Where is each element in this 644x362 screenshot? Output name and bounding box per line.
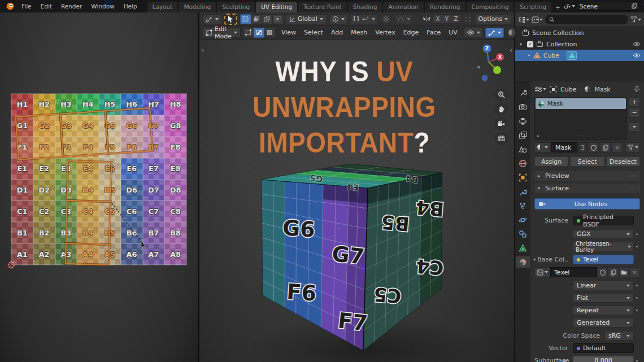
menu-view[interactable]: View	[277, 26, 300, 40]
vertex-select-mode[interactable]	[243, 28, 254, 38]
uv-island-main[interactable]	[15, 107, 153, 160]
active-tool-select-box[interactable]	[224, 14, 237, 25]
eye-icon[interactable]	[633, 53, 641, 58]
select-extend-mode[interactable]	[251, 14, 262, 24]
color-space-dropdown[interactable]: sRG	[604, 331, 634, 341]
uv-face[interactable]	[65, 243, 110, 265]
outliner-filter-button[interactable]	[630, 16, 641, 23]
disclosure-triangle-icon[interactable]: ▾	[531, 257, 536, 262]
menu-face[interactable]: Face	[423, 26, 445, 40]
menu-mesh[interactable]: Mesh	[347, 26, 371, 40]
mirror-axis-y[interactable]: Y	[442, 14, 451, 24]
properties-tab-scene[interactable]	[516, 143, 530, 155]
unlink-scene-icon[interactable]: ✕	[642, 3, 644, 9]
properties-tab-physics[interactable]	[516, 214, 530, 226]
properties-tab-render[interactable]	[516, 101, 530, 113]
assign-button[interactable]: Assign	[534, 156, 568, 167]
workspace-tab-compositing[interactable]: Compositing	[467, 2, 514, 12]
slot-specials-button[interactable]	[629, 122, 640, 132]
outliner-row-collection[interactable]: ▾ ✓ Collection	[515, 38, 644, 50]
properties-tab-material[interactable]	[516, 256, 530, 268]
vector-value[interactable]: Default	[573, 343, 634, 353]
menu-edge[interactable]: Edge	[399, 26, 423, 40]
snap-toggle[interactable]	[350, 14, 378, 24]
properties-editor-type-button[interactable]	[534, 86, 546, 93]
editor-type-button[interactable]	[202, 14, 221, 24]
menu-window[interactable]: Window	[86, 0, 119, 12]
breadcrumb-material[interactable]: Mask	[594, 86, 610, 93]
blender-logo-icon[interactable]	[6, 2, 15, 11]
select-button[interactable]: Select	[570, 156, 604, 167]
workspace-tab-uv-editing[interactable]: UV Editing	[256, 2, 297, 12]
material-slot-selected[interactable]: Mask	[536, 98, 626, 109]
properties-tab-object[interactable]	[516, 172, 530, 184]
mirror-icon[interactable]	[423, 16, 430, 23]
collection-checkbox[interactable]: ✓	[527, 41, 533, 47]
subsurface-value-slider[interactable]: 0.000	[573, 356, 634, 362]
material-slot-list[interactable]: Mask ▸ ∷∷	[534, 97, 627, 140]
image-name-field[interactable]: Texel	[550, 267, 597, 277]
uv-face[interactable]	[105, 107, 153, 154]
menu-vertex[interactable]: Vertex	[371, 26, 399, 40]
list-resize-grip[interactable]: ∷∷	[535, 134, 626, 139]
eye-icon[interactable]	[633, 41, 641, 47]
transform-orientation-dropdown[interactable]: Global	[286, 14, 327, 24]
workspace-tab-shading[interactable]: Shading	[348, 2, 382, 12]
uv-face[interactable]	[67, 160, 112, 202]
menu-edit[interactable]: Edit	[36, 0, 56, 12]
mesh-data-icon[interactable]	[567, 51, 577, 60]
outliner-row-cube[interactable]: • Cube	[515, 50, 644, 61]
properties-tab-world[interactable]	[516, 158, 530, 169]
properties-tab-modifiers[interactable]	[516, 186, 530, 198]
preview-panel-header[interactable]: ▸ Preview ∷∷	[534, 171, 640, 181]
proportional-edit-toggle[interactable]	[381, 14, 391, 24]
menu-render[interactable]: Render	[56, 0, 86, 12]
browse-image-button[interactable]	[534, 267, 550, 277]
snap-dots-icon[interactable]	[464, 16, 472, 23]
properties-tab-view-layer[interactable]	[516, 129, 530, 141]
disclosure-triangle-icon[interactable]: ▾	[520, 42, 524, 47]
mapping-dropdown[interactable]: Generated	[573, 318, 634, 328]
cube-object[interactable]: G6 G7 F6 F7 B5 B4 C5 C4 G5 E4 B4	[256, 160, 446, 356]
add-workspace-tab[interactable]: +	[552, 2, 563, 12]
base-color-link[interactable]: Texel	[573, 255, 634, 264]
menu-uv[interactable]: UV	[445, 26, 462, 40]
copy-material-button[interactable]	[600, 142, 611, 152]
uv-face[interactable]	[60, 110, 108, 157]
use-nodes-button[interactable]: Use Nodes	[534, 198, 640, 210]
select-box-mode[interactable]	[240, 14, 251, 24]
mode-dropdown[interactable]: Edit Mode	[202, 28, 241, 38]
outliner-display-mode-button[interactable]	[532, 16, 543, 23]
scene-name-field[interactable]: Scene	[577, 2, 640, 11]
select-intersect-mode[interactable]	[272, 14, 284, 24]
viewport-pan-button[interactable]	[494, 102, 508, 116]
deselect-button[interactable]: Deselect	[606, 156, 640, 167]
viewport-canvas[interactable]: WHY IS UV UNWRAPPING IMPORTANT?	[199, 40, 514, 362]
open-image-button[interactable]	[619, 267, 629, 277]
projection-dropdown[interactable]: Flat	[573, 293, 634, 303]
uv-image-editor[interactable]: H1H2H3H4H5H6H7H8G1G2G3G4G5G6G7G8F1F2F3F4…	[0, 12, 199, 362]
pivot-point-dropdown[interactable]	[329, 14, 347, 24]
options-dropdown[interactable]: Options	[475, 14, 511, 24]
menu-add[interactable]: Add	[327, 26, 347, 40]
show-overlays-dropdown[interactable]	[464, 28, 483, 38]
navigation-gizmo[interactable]: Z X	[477, 43, 511, 85]
workspace-tab-animation[interactable]: Animation	[383, 2, 424, 12]
viewport-zoom-button[interactable]	[494, 88, 508, 101]
viewport-camera-button[interactable]	[494, 117, 508, 130]
scene-browse-icon[interactable]	[563, 3, 575, 10]
material-name-field[interactable]: Mask	[551, 142, 577, 152]
new-copy-icon[interactable]	[632, 3, 637, 9]
uv-island-strip[interactable]	[65, 160, 112, 265]
extension-dropdown[interactable]: Repeat	[573, 306, 634, 315]
remove-slot-button[interactable]: −	[629, 108, 640, 117]
surface-shader-value[interactable]: Principled BSDF	[573, 216, 634, 225]
outliner-row-scene-collection[interactable]: Scene Collection	[515, 27, 644, 38]
surface-panel-header[interactable]: ▾ Surface ∷∷	[534, 184, 640, 193]
workspace-tab-modeling[interactable]: Modeling	[179, 2, 216, 12]
properties-tab-tool[interactable]	[516, 87, 530, 99]
toolbar-expand-arrow[interactable]: ›	[201, 47, 204, 54]
menu-help[interactable]: Help	[119, 0, 142, 12]
outliner-search-input[interactable]	[545, 15, 628, 24]
unlink-image-button[interactable]: ✕	[629, 267, 640, 277]
